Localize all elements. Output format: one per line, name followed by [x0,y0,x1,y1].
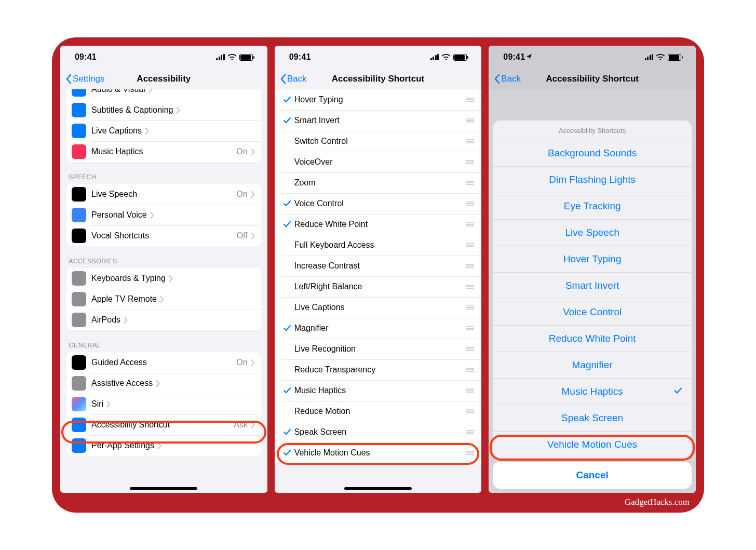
settings-row[interactable]: Guided AccessOn [66,352,261,373]
shortcut-row[interactable]: Increase Contrast [275,256,482,276]
drag-handle-icon[interactable] [465,118,475,123]
section-header-general: General [60,330,267,352]
cancel-button[interactable]: Cancel [493,462,692,489]
sheet-item[interactable]: Speak Screen [493,405,692,432]
shortcut-row[interactable]: Switch Control [275,131,482,152]
drag-handle-icon[interactable] [465,284,475,289]
sheet-item[interactable]: Voice Control [493,299,692,326]
drag-handle-icon[interactable] [465,409,475,414]
sheet-item[interactable]: Magnifier [493,352,692,379]
settings-row[interactable]: Assistive Access [66,373,261,394]
sheet-item[interactable]: Live Speech [493,220,692,246]
drag-handle-icon[interactable] [465,243,475,248]
shortcut-row[interactable]: Speak Screen [275,422,482,442]
sheet-item[interactable]: Dim Flashing Lights [493,167,692,193]
drag-handle-icon[interactable] [465,139,475,144]
sheet-item[interactable]: Music Haptics [493,379,692,405]
shortcut-row[interactable]: Smart Invert [275,110,482,131]
shortcut-row[interactable]: Live Recognition [275,339,482,359]
row-icon [72,144,86,159]
settings-row[interactable]: Audio & Visual [66,89,261,100]
settings-row[interactable]: Music HapticsOn [66,141,261,162]
settings-row[interactable]: Vocal ShortcutsOff [66,225,261,246]
row-label: Reduce Motion [294,407,350,416]
drag-handle-icon[interactable] [465,388,475,393]
shortcut-row[interactable]: Music Haptics [275,380,482,401]
chevron-right-icon [251,359,255,366]
sheet-item[interactable]: Eye Tracking [493,193,692,220]
row-label: Reduce White Point [294,220,368,229]
shortcut-row[interactable]: Hover Typing [275,89,482,110]
row-icon [72,89,86,97]
settings-row[interactable]: Per-App Settings [66,435,261,456]
back-button[interactable]: Settings [63,74,106,84]
location-icon [526,52,532,62]
row-icon [72,313,86,327]
drag-handle-icon[interactable] [465,180,475,185]
drag-handle-icon[interactable] [465,346,475,352]
shortcut-row[interactable]: VoiceOver [275,152,482,172]
shortcut-row[interactable]: Magnifier [275,318,482,339]
drag-handle-icon[interactable] [465,97,475,102]
home-indicator[interactable] [344,487,412,490]
back-button[interactable]: Back [492,74,523,84]
status-bar: 09:41 [489,46,696,69]
row-label: Full Keyboard Access [294,240,374,250]
back-label: Back [501,74,521,84]
drag-handle-icon[interactable] [465,201,475,206]
drag-handle-icon[interactable] [465,326,475,331]
drag-handle-icon[interactable] [465,305,475,310]
drag-handle-icon[interactable] [465,450,475,455]
shortcut-row[interactable]: Live Captions [275,297,482,318]
wifi-icon [442,54,450,60]
drag-handle-icon[interactable] [465,159,475,165]
row-label: Magnifier [294,324,329,333]
back-button[interactable]: Back [278,74,309,84]
shortcut-row[interactable]: Reduce Transparency [275,359,482,380]
row-icon [72,438,86,453]
settings-row[interactable]: Subtitles & Captioning [66,100,261,120]
shortcut-row[interactable]: Vehicle Motion Cues [275,442,482,463]
sheet-item[interactable]: Hover Typing [493,246,692,273]
sheet-area: Accessibility Shortcuts Background Sound… [489,89,696,493]
settings-row[interactable]: Personal Voice [66,205,261,225]
settings-row[interactable]: Live SpeechOn [66,184,261,205]
drag-handle-icon[interactable] [465,367,475,372]
shortcut-row[interactable]: Zoom [275,172,482,193]
shortcut-row[interactable]: Reduce White Point [275,214,482,235]
settings-row[interactable]: Live Captions [66,120,261,141]
sheet-item[interactable]: Vehicle Motion Cues [493,432,692,458]
row-icon [72,292,86,306]
row-detail: On [236,358,247,367]
chevron-right-icon [106,401,111,408]
drag-handle-icon[interactable] [465,263,475,269]
row-detail: Off [237,231,248,240]
shortcut-row[interactable]: Left/Right Balance [275,276,482,297]
row-icon [72,271,86,286]
row-label: Music Haptics [294,386,346,395]
shortcut-row[interactable]: Reduce Motion [275,401,482,422]
battery-icon [239,54,253,61]
sheet-item[interactable]: Smart Invert [493,273,692,299]
sheet-item[interactable]: Reduce White Point [493,326,692,352]
shortcut-row[interactable]: Full Keyboard Access [275,235,482,256]
checkmark-icon [281,325,293,332]
settings-row[interactable]: Accessibility ShortcutAsk [66,414,261,435]
drag-handle-icon[interactable] [465,222,475,227]
settings-row[interactable]: Keyboards & Typing [66,268,261,289]
shortcut-row[interactable]: Voice Control [275,193,482,214]
row-icon [72,355,86,370]
home-indicator[interactable] [130,487,197,490]
sheet-item[interactable]: Background Sounds [493,140,692,167]
chevron-right-icon [169,275,173,282]
drag-handle-icon[interactable] [465,430,475,435]
settings-content[interactable]: Audio & VisualSubtitles & CaptioningLive… [60,89,267,493]
shortcut-list[interactable]: Hover TypingSmart InvertSwitch ControlVo… [275,89,482,493]
status-time: 09:41 [503,52,525,62]
settings-row[interactable]: Apple TV Remote [66,289,261,310]
settings-row[interactable]: Siri [66,394,261,414]
chevron-right-icon [150,212,154,219]
row-label: Accessibility Shortcut [91,420,170,430]
row-icon [72,418,86,432]
settings-row[interactable]: AirPods [66,310,261,330]
